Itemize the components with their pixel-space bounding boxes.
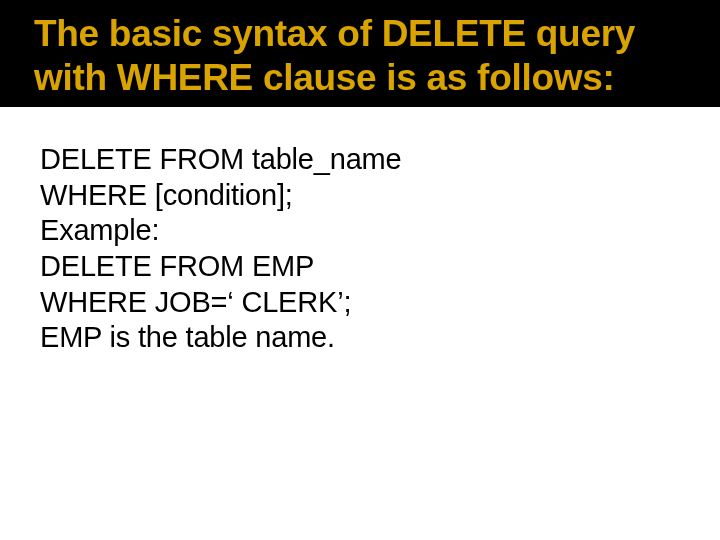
body-line-4: DELETE FROM EMP — [40, 249, 660, 285]
body-block: DELETE FROM table_name WHERE [condition]… — [40, 142, 660, 356]
title-line-2: with WHERE clause is as follows: — [34, 56, 720, 100]
body-line-1: DELETE FROM table_name — [40, 142, 660, 178]
slide: The basic syntax of DELETE query with WH… — [0, 0, 720, 540]
body-line-6: EMP is the table name. — [40, 320, 660, 356]
body-line-3: Example: — [40, 213, 660, 249]
body-line-5: WHERE JOB=‘ CLERK’; — [40, 285, 660, 321]
title-block: The basic syntax of DELETE query with WH… — [0, 0, 720, 107]
body-line-2: WHERE [condition]; — [40, 178, 660, 214]
title-line-1: The basic syntax of DELETE query — [34, 12, 720, 56]
